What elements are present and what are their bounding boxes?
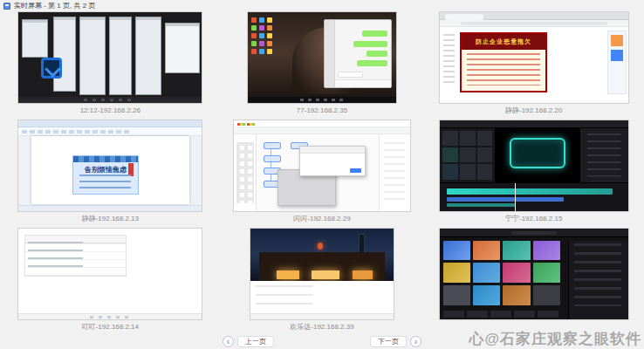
- blue-logo-icon: [41, 58, 62, 79]
- popup-dialog: [299, 146, 367, 176]
- timeline-clip: [447, 188, 613, 194]
- screen-cell-2: 77-192.168.2.35: [216, 11, 428, 120]
- window-title: 实时屏幕 - 第 1 页, 共 2 页: [14, 1, 95, 10]
- mini-window: [79, 17, 106, 95]
- next-arrow-icon[interactable]: ›: [410, 336, 421, 347]
- mini-window: [165, 23, 200, 73]
- note-card: 告别烦恼焦虑: [72, 155, 139, 195]
- text-lines-decor: [28, 242, 83, 272]
- timeline: [440, 182, 628, 211]
- screen-thumbnail-3[interactable]: 防止企业恶意拖欠: [439, 11, 629, 104]
- titlebar: 实时屏幕 - 第 1 页, 共 2 页: [0, 0, 644, 11]
- document-page: 告别烦恼焦虑: [31, 136, 189, 204]
- editor-toolbar: [234, 127, 410, 134]
- screen-cell-5: 闪闪-192.168.2.29: [216, 120, 428, 228]
- screen-cell-3: 防止企业恶意拖欠 静静-192.168.2.20: [428, 11, 640, 120]
- screen-cell-6: 宁宁-192.168.2.15: [428, 120, 640, 228]
- screen-caption: 欢乐达-192.168.2.39: [290, 322, 353, 332]
- chat-bubble: [353, 41, 388, 47]
- mini-window: [53, 17, 76, 92]
- screen-caption: 静静-192.168.2.13: [82, 214, 139, 223]
- side-panel: [568, 241, 628, 319]
- notice-card: 防止企业恶意拖欠: [460, 32, 546, 92]
- connector-line: [271, 149, 271, 181]
- screen-caption: 静静-192.168.2.20: [505, 106, 562, 115]
- note-card-decor: [73, 156, 138, 162]
- mini-window: [22, 19, 48, 58]
- browser-tabbar: [440, 12, 628, 20]
- properties-panel: [379, 134, 410, 211]
- app-navbar: [440, 229, 628, 237]
- desktop-icons-decor: [251, 17, 272, 54]
- mini-window: [109, 17, 132, 95]
- flowchart-box: [264, 142, 281, 149]
- side-panel: [607, 31, 627, 94]
- screen-thumbnail-7[interactable]: [17, 228, 202, 320]
- doc-ribbon: [18, 127, 202, 136]
- mini-window: [135, 17, 161, 95]
- screen-thumbnail-2[interactable]: [247, 11, 397, 104]
- editor-topbar: [440, 120, 628, 128]
- properties-panel: [579, 128, 628, 182]
- app-icon: [3, 3, 10, 10]
- screen-caption: 叮叮-192.168.2.14: [82, 322, 139, 332]
- doc-statusbar: [18, 205, 202, 211]
- screen-thumbnail-4[interactable]: 告别烦恼焦虑: [17, 120, 202, 212]
- storefront: [259, 252, 385, 281]
- lit-window: [353, 270, 373, 279]
- media-bin: [440, 128, 497, 182]
- browser-toolbar: [440, 20, 628, 27]
- red-lantern: [318, 243, 323, 250]
- screen-cell-4: 告别烦恼焦虑 静静-192.168.2.13: [4, 120, 216, 228]
- lit-window: [312, 270, 339, 279]
- screen-cell-7: 叮叮-192.168.2.14: [4, 228, 216, 336]
- text-lines-decor: [443, 34, 455, 86]
- screen-grid: 12:12-192.168.2.26 77-: [4, 11, 640, 336]
- screen-caption: 77-192.168.2.35: [297, 106, 347, 115]
- screen-caption: 宁宁-192.168.2.15: [505, 214, 562, 223]
- next-page-group: 下一页 ›: [370, 336, 421, 347]
- screen-thumbnail-9[interactable]: [439, 228, 629, 320]
- chat-bubble: [338, 72, 363, 78]
- screen-cell-8: 欢乐达-192.168.2.39: [216, 228, 428, 336]
- notice-body-lines: [467, 53, 540, 86]
- doc-titlebar: [18, 120, 202, 127]
- chat-bubble: [367, 51, 387, 57]
- pagination-bar: ‹ 上一页 下一页 ›: [0, 335, 644, 348]
- screen-thumbnail-8[interactable]: [250, 228, 394, 320]
- screen-cell-9: [428, 228, 640, 336]
- screen-caption: 12:12-192.168.2.26: [80, 106, 140, 115]
- shape-panel: [234, 134, 257, 211]
- chat-input-area: [335, 79, 391, 87]
- prev-page-group: ‹ 上一页: [223, 336, 274, 347]
- video-tile-grid: [443, 241, 560, 306]
- screen-cell-1: 12:12-192.168.2.26: [4, 11, 216, 120]
- chat-bubble: [357, 60, 387, 66]
- lit-window: [277, 270, 299, 279]
- mini-taskbar: [18, 97, 202, 103]
- preview-glow-frame: [510, 138, 566, 168]
- bottom-row-decor: [443, 311, 560, 318]
- prev-arrow-icon[interactable]: ‹: [223, 336, 234, 347]
- screen-thumbnail-5[interactable]: [233, 120, 411, 212]
- mini-taskbar: [248, 97, 396, 103]
- note-body-lines: [79, 174, 131, 191]
- notice-title: 防止企业恶意拖欠: [462, 34, 545, 50]
- white-panel: [250, 281, 394, 313]
- timeline-clip: [447, 197, 564, 202]
- prev-page-button[interactable]: 上一页: [237, 336, 274, 347]
- editor-menubar: [234, 120, 410, 127]
- screen-caption: 闪闪-192.168.2.29: [293, 214, 350, 223]
- chat-window: [324, 19, 392, 88]
- chat-bubble: [362, 31, 387, 37]
- screen-thumbnail-1[interactable]: [17, 11, 202, 104]
- playhead: [515, 183, 516, 211]
- screen-thumbnail-6[interactable]: [439, 120, 629, 212]
- next-page-button[interactable]: 下一页: [370, 336, 407, 347]
- monitor-window: 实时屏幕 - 第 1 页, 共 2 页 12:12-192.168.2.26: [0, 0, 644, 349]
- flowchart-box: [264, 155, 281, 162]
- chat-sidebar: [325, 20, 335, 87]
- mini-taskbar: [250, 313, 394, 319]
- video-preview: [496, 128, 579, 182]
- mini-taskbar: [18, 313, 202, 319]
